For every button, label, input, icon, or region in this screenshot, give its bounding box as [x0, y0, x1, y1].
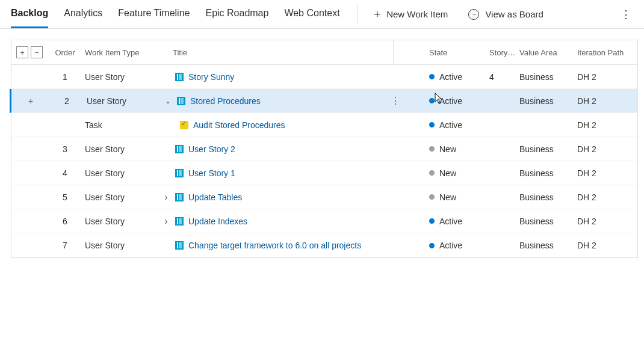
chevron-right-icon[interactable]: › — [162, 216, 170, 227]
chevron-right-icon[interactable]: › — [162, 192, 170, 203]
row-title-cell: User Story 1 — [156, 168, 429, 178]
tab-web-context[interactable]: Web Context — [284, 0, 339, 28]
chevron-down-icon[interactable]: ⌄ — [164, 97, 172, 105]
row-iteration: DH 2 — [577, 120, 637, 130]
row-type: Task — [84, 120, 156, 130]
tab-analytics[interactable]: Analytics — [64, 0, 102, 28]
row-state: Active — [429, 72, 489, 82]
row-value-area: Business — [519, 72, 577, 82]
row-iteration: DH 2 — [577, 168, 637, 178]
row-value-area: Business — [519, 192, 577, 202]
work-item-title-link[interactable]: Audit Stored Procedures — [193, 120, 285, 130]
row-value-area: Business — [519, 96, 577, 106]
table-row[interactable]: 5User Story›Update TablesNewBusinessDH 2 — [11, 185, 637, 209]
tab-backlog[interactable]: Backlog — [11, 0, 48, 28]
row-order: 2 — [48, 96, 85, 106]
row-value-area: Business — [519, 144, 577, 154]
row-value-area: Business — [519, 168, 577, 178]
header-order[interactable]: Order — [46, 48, 84, 57]
row-state: Active — [429, 241, 489, 250]
arrow-circle-icon: → — [468, 9, 479, 20]
row-title-cell: ›Update Tables — [156, 192, 429, 203]
plus-icon: + — [374, 9, 381, 20]
table-row[interactable]: 6User Story›Update IndexesActiveBusiness… — [11, 209, 637, 233]
header-title[interactable]: Title — [156, 48, 429, 57]
user-story-icon — [175, 73, 184, 81]
row-order: 4 — [46, 168, 84, 178]
expand-all-button[interactable]: + — [16, 46, 28, 58]
user-story-icon — [175, 145, 184, 153]
row-type: User Story — [84, 192, 156, 202]
row-state: New — [429, 144, 489, 154]
nav-separator — [357, 5, 358, 24]
table-row[interactable]: 4User StoryUser Story 1NewBusinessDH 2 — [11, 161, 637, 185]
state-dot-icon — [429, 98, 435, 103]
table-row[interactable]: 7User StoryChange target framework to 6.… — [11, 233, 637, 257]
state-dot-icon — [429, 170, 435, 176]
row-iteration: DH 2 — [577, 241, 637, 250]
state-dot-icon — [429, 146, 435, 152]
table-row[interactable]: +2User Story⌄Stored Procedures⋮ActiveBus… — [10, 89, 637, 113]
work-item-title-link[interactable]: Stored Procedures — [190, 96, 261, 106]
state-dot-icon — [429, 194, 435, 200]
row-state: Active — [429, 96, 489, 106]
row-order: 5 — [46, 192, 84, 202]
row-type: User Story — [84, 217, 156, 226]
task-icon — [180, 121, 188, 129]
row-order: 6 — [46, 217, 84, 226]
work-item-title-link[interactable]: Update Tables — [188, 192, 242, 202]
row-title-cell: Story Sunny — [156, 72, 429, 82]
add-child-button[interactable]: + — [26, 96, 36, 106]
row-title-cell: User Story 2 — [156, 144, 429, 154]
row-iteration: DH 2 — [577, 217, 637, 226]
column-divider — [393, 40, 394, 64]
user-story-icon — [175, 169, 184, 177]
state-dot-icon — [429, 74, 435, 79]
row-title-cell: Change target framework to 6.0 on all pr… — [156, 241, 429, 250]
row-order: 3 — [46, 144, 84, 154]
row-context-menu-button[interactable]: ⋮ — [391, 95, 400, 106]
header-state[interactable]: State — [429, 48, 489, 57]
state-dot-icon — [429, 243, 435, 248]
user-story-icon — [175, 193, 184, 201]
kebab-icon: ⋮ — [621, 8, 631, 21]
header-story[interactable]: Story… — [489, 48, 519, 57]
more-options-button[interactable]: ⋮ — [619, 8, 633, 21]
work-item-title-link[interactable]: Change target framework to 6.0 on all pr… — [188, 241, 361, 250]
tab-feature-timeline[interactable]: Feature Timeline — [118, 0, 190, 28]
row-story-points: 4 — [489, 72, 519, 82]
row-type: User Story — [84, 168, 156, 178]
row-type: User Story — [84, 72, 156, 82]
work-item-title-link[interactable]: User Story 1 — [188, 168, 235, 178]
work-item-title-link[interactable]: User Story 2 — [188, 144, 235, 154]
header-type[interactable]: Work Item Type — [84, 48, 156, 57]
tab-epic-roadmap[interactable]: Epic Roadmap — [205, 0, 268, 28]
table-header: + − Order Work Item Type Title State Sto… — [11, 40, 637, 65]
user-story-icon — [175, 241, 184, 250]
header-iter[interactable]: Iteration Path — [577, 48, 637, 57]
row-type: User Story — [84, 144, 156, 154]
row-title-cell: ⌄Stored Procedures — [158, 96, 429, 106]
collapse-all-button[interactable]: − — [31, 46, 43, 58]
row-type: User Story — [85, 96, 158, 106]
row-value-area: Business — [519, 217, 577, 226]
row-iteration: DH 2 — [577, 144, 637, 154]
new-work-item-button[interactable]: + New Work Item — [374, 9, 448, 20]
work-item-title-link[interactable]: Story Sunny — [188, 72, 234, 82]
work-item-title-link[interactable]: Update Indexes — [188, 217, 247, 226]
state-dot-icon — [429, 122, 435, 128]
row-iteration: DH 2 — [577, 192, 637, 202]
row-title-cell: Audit Stored Procedures — [156, 120, 429, 130]
row-order: 7 — [46, 241, 84, 250]
table-row[interactable]: 3User StoryUser Story 2NewBusinessDH 2 — [11, 137, 637, 161]
view-as-board-label: View as Board — [485, 9, 543, 19]
header-value[interactable]: Value Area — [519, 48, 577, 57]
table-row[interactable]: TaskAudit Stored ProceduresActiveDH 2 — [11, 113, 637, 137]
row-state: Active — [429, 217, 489, 226]
row-value-area: Business — [519, 241, 577, 250]
tabs: BacklogAnalyticsFeature TimelineEpic Roa… — [11, 0, 340, 28]
table-row[interactable]: 1User StoryStory SunnyActive4BusinessDH … — [11, 65, 637, 89]
row-type: User Story — [84, 241, 156, 250]
state-dot-icon — [429, 218, 435, 224]
view-as-board-button[interactable]: → View as Board — [468, 9, 543, 20]
